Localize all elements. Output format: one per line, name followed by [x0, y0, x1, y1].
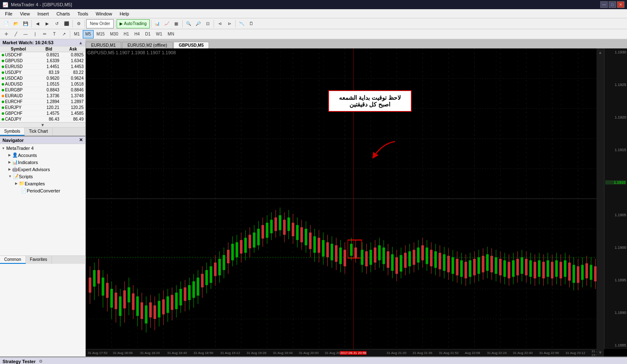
tf-m30[interactable]: M30 — [107, 30, 120, 38]
bid-cell: 120.21 — [37, 105, 61, 111]
indicator-btn[interactable]: 📉 — [237, 19, 246, 28]
market-watch-scroll-down[interactable]: ▼ — [41, 123, 45, 127]
symbol-cell: USDJPY — [0, 70, 37, 76]
zoom-out-button[interactable]: 🔎 — [194, 19, 203, 28]
market-watch-row[interactable]: GBPUSD 1.6339 1.6342 — [0, 58, 85, 64]
svg-rect-86 — [205, 270, 208, 285]
market-watch-row[interactable]: USDCAD 0.9620 0.9624 — [0, 76, 85, 81]
vline-btn[interactable]: | — [31, 30, 40, 39]
hline-btn[interactable]: — — [21, 30, 30, 39]
svg-rect-126 — [292, 223, 294, 236]
separator-1 — [31, 20, 32, 28]
svg-rect-207 — [469, 260, 472, 277]
stop-button[interactable]: ⬛ — [62, 19, 71, 28]
market-watch-row[interactable]: EURGBP 0.8843 0.8846 — [0, 87, 85, 93]
expert-btn[interactable]: ⚙ — [74, 19, 83, 28]
market-watch-row[interactable]: CADJPY 86.43 86.49 — [0, 116, 85, 122]
menu-file[interactable]: File — [2, 10, 16, 17]
nav-tab-favorites[interactable]: Favorites — [26, 256, 52, 264]
forward-button[interactable]: ▶ — [43, 19, 52, 28]
svg-rect-54 — [136, 296, 139, 316]
chart-scroll-down[interactable]: ▼ — [598, 350, 602, 355]
market-watch-row[interactable]: AUDUSD 1.0515 1.0518 — [0, 81, 85, 87]
time-label-1: 31 Aug 17:52 — [88, 351, 107, 355]
arrow-btn[interactable]: ↗ — [59, 30, 69, 39]
menu-view[interactable]: View — [17, 10, 33, 17]
template-btn[interactable]: 🗒 — [247, 19, 256, 28]
chart-fit-button[interactable]: ⊡ — [203, 19, 212, 28]
tf-w1[interactable]: W1 — [153, 30, 165, 38]
titlebar-controls[interactable]: — □ ✕ — [600, 1, 624, 8]
tf-m1[interactable]: M1 — [71, 30, 82, 38]
chart-tab-eurusd-m2[interactable]: EURUSD,M2 (offline) — [122, 42, 173, 48]
titlebar-left: 📈 MetaTrader 4 - [GBPUSD,M5] — [3, 2, 72, 8]
chart-scroll-controls: ▲ ▼ — [596, 48, 604, 356]
market-watch-row[interactable]: EURAUD 1.3736 1.3748 — [0, 93, 85, 99]
crosshair-btn[interactable]: ✛ — [2, 30, 11, 39]
nav-expert-advisors[interactable]: ▶ 🤖 Expert Advisors — [7, 166, 85, 173]
tf-m5[interactable]: M5 — [83, 30, 94, 38]
draw-btn[interactable]: ✏ — [40, 30, 49, 39]
indicators-icon: 📊 — [12, 159, 18, 165]
menu-window[interactable]: Window — [92, 10, 115, 17]
tf-mn[interactable]: MN — [165, 30, 177, 38]
nav-tab-common[interactable]: Common — [0, 256, 26, 264]
market-watch-scroll-up[interactable]: ▲ — [79, 40, 83, 45]
line-btn[interactable]: ╱ — [11, 30, 20, 39]
zoom-in-button[interactable]: 🔍 — [184, 19, 193, 28]
text-btn[interactable]: T — [50, 30, 59, 39]
menu-insert[interactable]: Insert — [34, 10, 52, 17]
col-ask: Ask — [61, 46, 85, 52]
svg-rect-144 — [331, 244, 333, 260]
menu-tools[interactable]: Tools — [74, 10, 92, 17]
chart-main[interactable]: GBPUSD,M5 1.1907 1.1908 1.1907 1.1908 — [86, 48, 627, 356]
market-watch-row[interactable]: EURCHF 1.2894 1.2897 — [0, 99, 85, 105]
tab-symbols[interactable]: Symbols — [0, 128, 25, 136]
symbol-cell: EURUSD — [0, 64, 37, 70]
ask-cell: 1.0518 — [61, 81, 85, 87]
svg-rect-40 — [106, 283, 109, 298]
market-watch: Market Watch: 16:24:53 ▲ Symbol Bid Ask … — [0, 39, 85, 127]
market-watch-row[interactable]: EURUSD 1.4451 1.4453 — [0, 64, 85, 70]
market-watch-row[interactable]: USDJPY 83.19 83.22 — [0, 70, 85, 76]
menu-charts[interactable]: Charts — [53, 10, 73, 17]
menu-help[interactable]: Help — [116, 10, 133, 17]
scroll-right-btn[interactable]: ⊳ — [225, 19, 234, 28]
tf-d1[interactable]: D1 — [143, 30, 153, 38]
chart-scroll-up[interactable]: ▲ — [598, 50, 602, 55]
scripts-triangle: ▼ — [8, 174, 12, 178]
bid-cell: 1.2894 — [37, 99, 61, 105]
maximize-button[interactable]: □ — [609, 1, 616, 8]
refresh-button[interactable]: ↺ — [52, 19, 61, 28]
svg-rect-68 — [166, 296, 169, 313]
market-watch-row[interactable]: GBPCHF 1.4575 1.4585 — [0, 111, 85, 116]
new-button[interactable]: 📄 — [2, 19, 11, 28]
chart-candle-button[interactable]: ▦ — [172, 19, 181, 28]
nav-indicators[interactable]: ▶ 📊 Indicators — [7, 159, 85, 166]
save-button[interactable]: 💾 — [21, 19, 30, 28]
tf-h4[interactable]: H4 — [132, 30, 143, 38]
tf-m15[interactable]: M15 — [94, 30, 107, 38]
new-order-button[interactable]: New Order — [86, 19, 114, 28]
nav-period-converter[interactable]: 📄 PeriodConverter — [13, 187, 85, 194]
navigator-close[interactable]: ✕ — [79, 137, 83, 143]
tab-tick-chart[interactable]: Tick Chart — [25, 128, 52, 136]
autotrading-button[interactable]: ▶ AutoTrading — [117, 19, 149, 28]
chart-tab-gbpusd-m5[interactable]: GBPUSD,M5 — [173, 42, 209, 48]
open-button[interactable]: 📂 — [11, 19, 20, 28]
scroll-left-btn[interactable]: ⊲ — [215, 19, 224, 28]
nav-root[interactable]: ▼ MetaTrader 4 — [0, 145, 85, 152]
nav-scripts[interactable]: ▼ 📝 Scripts — [7, 173, 85, 180]
nav-accounts[interactable]: ▶ 👤 Accounts — [7, 152, 85, 159]
market-watch-row[interactable]: EURJPY 120.21 120.25 — [0, 105, 85, 111]
nav-ea-label: Expert Advisors — [18, 167, 50, 172]
market-watch-row[interactable]: USDCHF 0.8921 0.8925 — [0, 52, 85, 58]
chart-line-button[interactable]: 📈 — [162, 19, 171, 28]
nav-examples[interactable]: ▶ 📁 Examples — [13, 180, 85, 187]
back-button[interactable]: ◀ — [33, 19, 42, 28]
chart-bar-button[interactable]: 📊 — [153, 19, 162, 28]
tf-h1[interactable]: H1 — [121, 30, 132, 38]
chart-tab-eurusd-m1[interactable]: EURUSD,M1 — [86, 42, 121, 48]
minimize-button[interactable]: — — [600, 1, 608, 8]
close-button[interactable]: ✕ — [617, 1, 624, 8]
